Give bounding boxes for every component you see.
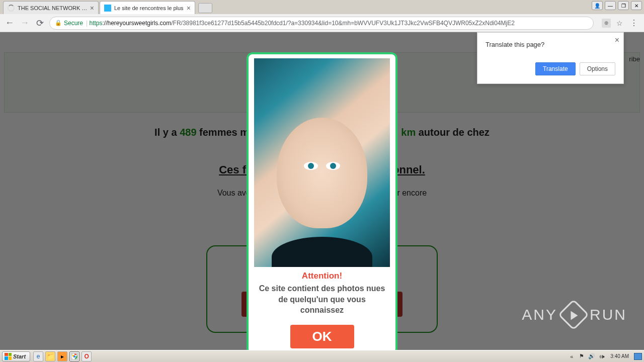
- flag-icon[interactable]: ⚑: [578, 353, 585, 360]
- maximize-button[interactable]: ❐: [618, 1, 629, 10]
- translate-icon[interactable]: ⊕: [602, 19, 611, 28]
- menu-button[interactable]: ⋮: [628, 18, 640, 28]
- close-window-button[interactable]: ✕: [631, 1, 642, 10]
- start-button[interactable]: Start: [2, 351, 30, 361]
- secure-label: Secure: [64, 20, 83, 27]
- quick-launch: e 📁 ▸ O: [33, 351, 92, 361]
- clock[interactable]: 3:40 AM: [610, 353, 629, 359]
- viewport: ribe Ceci n'est encontre Il y a 489 femm…: [0, 32, 644, 350]
- loading-spinner-icon: [8, 5, 15, 12]
- lock-icon: 🔒: [55, 20, 62, 26]
- url-path: /FR/38981f3ce61277d15b5a5445b20fdcd1/?a=…: [171, 20, 515, 27]
- translate-title: Translate this page?: [486, 41, 615, 48]
- new-tab-button[interactable]: [198, 3, 212, 13]
- modal-attention: Attention!: [253, 271, 391, 281]
- address-bar: ← → ⟳ 🔒 Secure | https ://hereyoursweetg…: [0, 14, 644, 32]
- chrome-icon[interactable]: [69, 351, 79, 361]
- back-button[interactable]: ←: [4, 18, 15, 29]
- modal-ok-button[interactable]: OK: [290, 325, 354, 348]
- translate-options-button[interactable]: Options: [580, 62, 615, 75]
- taskbar: Start e 📁 ▸ O « ⚑ 🔊 🕪 3:40 AM: [0, 350, 644, 362]
- url-input[interactable]: 🔒 Secure | https ://hereyoursweetgirls.c…: [49, 17, 594, 30]
- windows-flag-icon: [5, 353, 12, 360]
- tab-title: Le site de rencontres le plus: [114, 5, 185, 11]
- bookmark-star-icon[interactable]: ☆: [615, 19, 624, 28]
- close-icon[interactable]: ×: [615, 36, 619, 45]
- media-player-icon[interactable]: ▸: [57, 351, 67, 361]
- modal-text: Ce site contient des photos nues de quel…: [253, 283, 391, 316]
- explorer-icon[interactable]: 📁: [45, 351, 55, 361]
- favicon-icon: [104, 5, 111, 12]
- user-button[interactable]: 👤: [592, 1, 603, 10]
- tabs-bar: THE SOCIAL NETWORK OF × Le site de renco…: [0, 0, 644, 14]
- reload-button[interactable]: ⟳: [34, 18, 45, 29]
- tab-1[interactable]: THE SOCIAL NETWORK OF ×: [3, 1, 99, 14]
- tab-close-icon[interactable]: ×: [90, 4, 94, 12]
- window-controls: 👤 — ❐ ✕: [592, 1, 642, 10]
- volume-icon[interactable]: 🕪: [598, 353, 605, 360]
- url-scheme: https: [89, 20, 102, 27]
- opera-icon[interactable]: O: [82, 351, 92, 361]
- system-tray: « ⚑ 🔊 🕪 3:40 AM: [568, 353, 642, 360]
- forward-button[interactable]: →: [19, 18, 30, 29]
- modal-image: [254, 58, 390, 267]
- show-desktop-button[interactable]: [634, 353, 642, 360]
- minimize-button[interactable]: —: [605, 1, 616, 10]
- translate-button[interactable]: Translate: [535, 62, 576, 75]
- translate-popup: × Translate this page? Translate Options: [477, 32, 624, 84]
- tab-title: THE SOCIAL NETWORK OF: [18, 5, 88, 11]
- tab-close-icon[interactable]: ×: [187, 4, 191, 12]
- tab-2[interactable]: Le site de rencontres le plus ×: [100, 1, 195, 14]
- url-host: ://hereyoursweetgirls.com: [103, 20, 172, 27]
- browser-chrome: THE SOCIAL NETWORK OF × Le site de renco…: [0, 0, 644, 32]
- chevron-icon[interactable]: «: [568, 353, 575, 360]
- network-icon[interactable]: 🔊: [588, 353, 595, 360]
- ie-icon[interactable]: e: [33, 351, 43, 361]
- extensions: ⊕ ☆: [602, 19, 624, 28]
- warning-modal: Attention! Ce site contient des photos n…: [247, 52, 397, 350]
